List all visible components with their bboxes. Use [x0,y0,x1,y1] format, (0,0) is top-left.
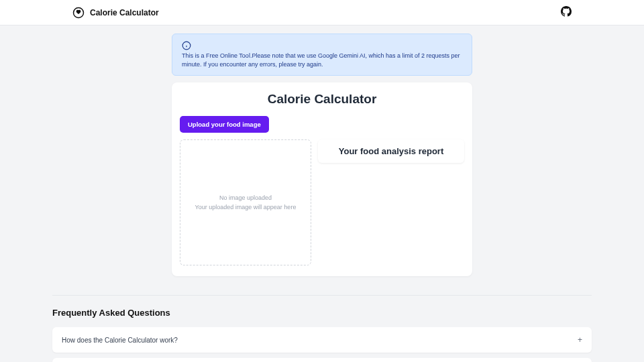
faq-question: How does the Calorie Calculator work? [62,337,178,344]
main-content: This is a Free Online Tool.Please note t… [0,25,644,362]
github-link[interactable] [561,6,572,19]
faq-item[interactable]: Is this service free to use? + [52,358,592,362]
card-title: Calorie Calculator [180,92,464,107]
report-title: Your food analysis report [326,146,456,156]
faq-divider [52,295,592,296]
faq-item[interactable]: How does the Calorie Calculator work? + [52,327,592,353]
plus-icon: + [578,335,582,345]
dropzone-empty-subtitle: Your uploaded image will appear here [195,204,297,210]
upload-button[interactable]: Upload your food image [180,116,269,133]
header-left: Calorie Calculator [72,7,159,19]
header-title: Calorie Calculator [90,8,159,17]
info-banner-text: This is a Free Online Tool.Please note t… [182,52,462,68]
github-icon [561,7,572,19]
header: Calorie Calculator [0,0,644,25]
faq-section: Frequently Asked Questions How does the … [52,295,592,362]
info-icon [182,41,191,50]
faq-heading: Frequently Asked Questions [52,308,592,318]
image-dropzone[interactable]: No image uploaded Your uploaded image wi… [180,139,311,265]
report-panel: Your food analysis report [318,139,464,163]
info-banner: This is a Free Online Tool.Please note t… [172,34,472,76]
card-body: No image uploaded Your uploaded image wi… [180,139,464,265]
calculator-card: Calorie Calculator Upload your food imag… [172,82,472,276]
dropzone-empty-title: No image uploaded [219,194,272,201]
heart-outline-icon [72,7,85,19]
